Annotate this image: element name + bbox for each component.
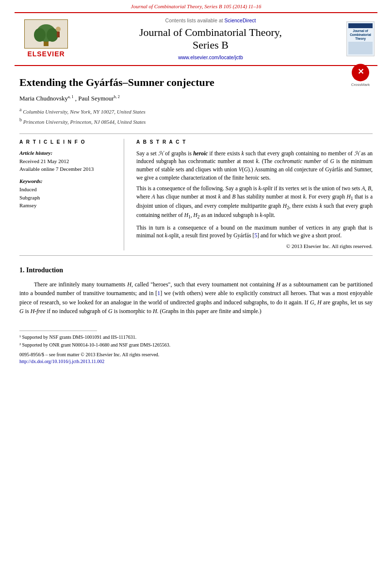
- elsevier-logo: ELSEVIER: [24, 19, 68, 59]
- journal-url[interactable]: www.elsevier.com/locate/jctb: [82, 54, 339, 61]
- footnote-1: ¹ Supported by NSF grants DMS-1001091 an…: [19, 334, 373, 341]
- crossmark-badge: ✕ CrossMark: [348, 64, 373, 87]
- author-seymour: , Paul Seymour: [75, 95, 114, 102]
- keyword-1: Induced: [19, 186, 112, 193]
- col-divider: [124, 139, 124, 250]
- abstract-para-1: Say a set ℋ of graphs is heroic if there…: [136, 149, 373, 182]
- keyword-2: Subgraph: [19, 194, 112, 201]
- ref-5-link[interactable]: 5: [254, 232, 257, 238]
- affiliation-a: a Columbia University, New York, NY 1002…: [19, 106, 373, 116]
- article-meta-section: A R T I C L E I N F O Article history: R…: [19, 133, 373, 256]
- keywords-label: Keywords:: [19, 178, 112, 185]
- doi-link[interactable]: http://dx.doi.org/10.1016/j.jctb.2013.11…: [19, 359, 104, 364]
- paper-title-area: Extending the Gyárfás–Sumner conjecture …: [19, 76, 373, 90]
- crossmark-label: CrossMark: [351, 82, 370, 87]
- affiliation-b: b Princeton University, Princeton, NJ 08…: [19, 116, 373, 126]
- sciencedirect-link[interactable]: ScienceDirect: [225, 17, 256, 23]
- elsevier-tree-icon: [24, 19, 68, 49]
- keywords-group: Keywords: Induced Subgraph Ramsey: [19, 178, 112, 210]
- article-info-col: A R T I C L E I N F O Article history: R…: [19, 139, 112, 250]
- journal-thumbnail-area: Journal ofCombinatorialTheory: [343, 17, 377, 61]
- author-a-sup: a, 1: [68, 95, 74, 99]
- footnote-2: ² Supported by ONR grant N00014-10-1-068…: [19, 342, 373, 348]
- journal-title: Journal of Combinatorial Theory, Series …: [82, 26, 339, 52]
- affil-b-label: b: [19, 117, 22, 122]
- abstract-col: A B S T R A C T Say a set ℋ of graphs is…: [136, 139, 373, 250]
- article-history-label: Article history:: [19, 149, 112, 157]
- doi-line: http://dx.doi.org/10.1016/j.jctb.2013.11…: [19, 358, 373, 365]
- abstract-para-2: This is a consequence of the following. …: [136, 184, 373, 220]
- abstract-copyright: © 2013 Elsevier Inc. All rights reserved…: [136, 243, 373, 250]
- abstract-para-3: This in turn is a consequence of a bound…: [136, 224, 373, 240]
- intro-section-title: 1. Introduction: [19, 265, 373, 275]
- svg-point-3: [34, 28, 46, 42]
- keywords-list: Induced Subgraph Ramsey: [19, 186, 112, 209]
- footnote-divider: [19, 331, 97, 331]
- abstract-text: Say a set ℋ of graphs is heroic if there…: [136, 149, 373, 250]
- author-b-sup: b, 2: [114, 95, 120, 99]
- article-history-group: Article history: Received 21 May 2012 Av…: [19, 149, 112, 173]
- affil-a-label: a: [19, 107, 21, 112]
- received-date: Received 21 May 2012: [19, 158, 112, 165]
- authors-line: Maria Chudnovskya, 1 , Paul Seymourb, 2: [19, 94, 373, 103]
- citation-text: Journal of Combinatorial Theory, Series …: [131, 3, 261, 9]
- copyright-footer: 0095-8956/$ – see front matter © 2013 El…: [19, 351, 373, 358]
- journal-name-area: Contents lists available at ScienceDirec…: [78, 17, 343, 61]
- elsevier-label: ELSEVIER: [27, 50, 65, 59]
- elsevier-logo-area: ELSEVIER: [15, 17, 78, 61]
- journal-header: ELSEVIER Contents lists available at Sci…: [15, 12, 377, 66]
- ref-1-link[interactable]: 1: [157, 290, 160, 297]
- top-citation-bar: Journal of Combinatorial Theory, Series …: [0, 0, 392, 12]
- paper-title: Extending the Gyárfás–Sumner conjecture: [19, 76, 373, 90]
- article-info-header: A R T I C L E I N F O: [19, 139, 112, 146]
- abstract-header: A B S T R A C T: [136, 139, 373, 146]
- crossmark-icon: ✕: [352, 64, 369, 81]
- contents-line: Contents lists available at ScienceDirec…: [82, 17, 339, 24]
- journal-thumbnail: Journal ofCombinatorialTheory: [346, 21, 375, 56]
- thumb-title: Journal ofCombinatorialTheory: [350, 29, 371, 40]
- intro-paragraph: There are infinitely many tournaments H,…: [19, 280, 373, 316]
- keyword-3: Ramsey: [19, 202, 112, 209]
- main-content: Extending the Gyárfás–Sumner conjecture …: [0, 66, 392, 376]
- available-date: Available online 7 December 2013: [19, 166, 112, 173]
- author-chudnovsky: Maria Chudnovsky: [19, 95, 68, 102]
- svg-point-5: [56, 27, 61, 32]
- svg-rect-6: [57, 32, 60, 37]
